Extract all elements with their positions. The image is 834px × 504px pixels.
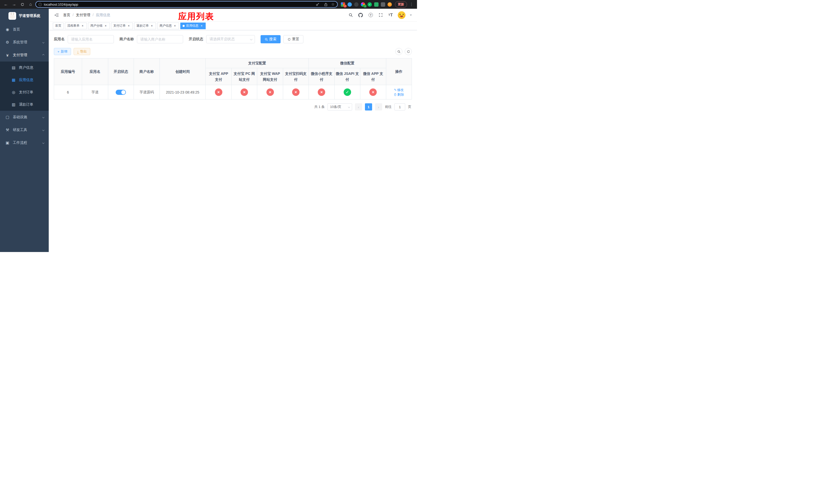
- close-icon[interactable]: ×: [150, 24, 154, 28]
- tab-process-form[interactable]: 流程表单 ×: [65, 23, 87, 29]
- search-button[interactable]: 搜索: [261, 35, 281, 43]
- sidebar-item-label: 系统管理: [13, 40, 27, 45]
- close-icon[interactable]: ×: [127, 24, 131, 28]
- browser-menu-icon[interactable]: ⋮: [409, 2, 414, 7]
- fullscreen-icon[interactable]: [378, 12, 383, 18]
- page-info-icon[interactable]: i: [39, 3, 42, 6]
- browser-forward-button[interactable]: →: [11, 1, 18, 8]
- search-icon: [265, 38, 268, 41]
- col-header-created: 创建时间: [159, 59, 206, 85]
- page-number-button[interactable]: 1: [365, 103, 372, 111]
- sidebar-item-label: 研发工具: [13, 128, 27, 132]
- edit-link[interactable]: ✎ 修改: [394, 88, 404, 92]
- sidebar-item-pay-order[interactable]: ◎ 支付订单: [0, 86, 49, 98]
- extension-icon-green-check[interactable]: ✓: [368, 2, 372, 7]
- chrome-update-button[interactable]: 更新: [395, 1, 407, 8]
- tab-app-info[interactable]: 应用信息 ×: [180, 23, 206, 29]
- close-icon[interactable]: ×: [104, 24, 107, 28]
- font-size-icon[interactable]: TT: [388, 12, 393, 18]
- app-logo[interactable]: 芋道管理系统: [0, 9, 49, 23]
- export-button[interactable]: ↓ 导出: [73, 48, 90, 55]
- browser-back-button[interactable]: ←: [3, 1, 9, 8]
- breadcrumb-payment[interactable]: 支付管理: [76, 13, 96, 18]
- sidebar-item-workflow[interactable]: ▣ 工作流程: [0, 136, 49, 149]
- close-icon[interactable]: ×: [173, 24, 177, 28]
- delete-link[interactable]: 删除: [394, 92, 404, 97]
- chevron-up-icon: [42, 54, 44, 56]
- user-avatar[interactable]: [398, 11, 405, 19]
- logo-rabbit-icon: [8, 12, 16, 20]
- search-icon: [397, 50, 401, 53]
- next-page-button[interactable]: ›: [375, 103, 382, 111]
- extension-icon-puzzle[interactable]: 10: [341, 2, 345, 7]
- toggle-knob: [121, 90, 126, 94]
- chevron-down-icon: [42, 142, 44, 144]
- toggle-search-button[interactable]: [395, 48, 402, 55]
- plus-icon: +: [58, 50, 60, 53]
- sidebar-item-app-info[interactable]: ▦ 应用信息: [0, 74, 49, 86]
- extension-icon-green-chat[interactable]: [374, 2, 378, 7]
- extension-badge: 1: [364, 5, 367, 8]
- sidebar: 芋道管理系统 ◉ 首页 ⚙ 系统管理 ¥ 支付管理 ▤ 商户信息: [0, 9, 49, 252]
- password-key-icon[interactable]: [315, 2, 321, 7]
- sidebar-item-payment[interactable]: ¥ 支付管理: [0, 49, 49, 62]
- reset-button[interactable]: 重置: [283, 35, 303, 43]
- col-header-alipay-wap: 支付宝 WAP 网站支付: [257, 68, 283, 85]
- avatar-caret-icon[interactable]: [410, 15, 412, 17]
- close-icon[interactable]: ×: [200, 24, 203, 28]
- extension-icon-dark-circle[interactable]: [354, 2, 358, 7]
- sidebar-collapse-button[interactable]: [52, 11, 61, 20]
- page-size-select[interactable]: 10条/页: [328, 103, 352, 111]
- col-header-alipay-qr: 支付宝扫码支付: [283, 68, 308, 85]
- cell-app-id: 6: [54, 85, 82, 99]
- refresh-table-button[interactable]: [405, 48, 412, 55]
- status-icon: ×: [215, 88, 222, 96]
- data-table: 应用编号 应用名 开启状态 商户名称 创建时间 支付宝配置 微信配置 操作 支付…: [54, 58, 412, 99]
- extension-icon-emoji[interactable]: [388, 2, 392, 7]
- sidebar-item-devtools[interactable]: ⚒ 研发工具: [0, 123, 49, 136]
- goto-page-input[interactable]: [394, 103, 405, 111]
- status-icon: ×: [266, 88, 274, 96]
- extension-icon-colorful[interactable]: 1: [361, 2, 365, 7]
- sidebar-item-system[interactable]: ⚙ 系统管理: [0, 36, 49, 49]
- browser-reload-button[interactable]: [19, 1, 26, 8]
- share-icon[interactable]: [323, 2, 329, 7]
- tab-home[interactable]: 首页: [53, 23, 64, 29]
- breadcrumb-home[interactable]: 首页: [63, 13, 76, 18]
- help-icon[interactable]: ?: [368, 12, 373, 18]
- trash-icon: [394, 93, 397, 96]
- sidebar-item-refund-order[interactable]: ▥ 退款订单: [0, 98, 49, 111]
- col-header-wx-jsapi: 微信 JSAPI 支付: [334, 68, 360, 85]
- tab-user-group[interactable]: 用户分组 ×: [88, 23, 110, 29]
- sidebar-item-home[interactable]: ◉ 首页: [0, 23, 49, 36]
- prev-page-button[interactable]: ‹: [355, 103, 362, 111]
- bookmark-star-icon[interactable]: ☆: [331, 2, 335, 7]
- group-header-alipay: 支付宝配置: [206, 59, 309, 68]
- url-text[interactable]: localhost:1024/pay/app: [44, 3, 313, 6]
- order-icon: ◎: [11, 90, 16, 95]
- status-label: 开启状态: [189, 37, 203, 42]
- add-button[interactable]: + 新增: [54, 48, 71, 55]
- browser-home-button[interactable]: ⌂: [27, 1, 34, 8]
- tab-merchant-info[interactable]: 商户信息 ×: [157, 23, 179, 29]
- close-icon[interactable]: ×: [81, 24, 84, 28]
- col-header-wx-mini: 微信小程序支付: [309, 68, 334, 85]
- tab-refund-order[interactable]: 退款订单 ×: [134, 23, 156, 29]
- chevron-down-icon: [250, 38, 253, 41]
- sidebar-item-merchant-info[interactable]: ▤ 商户信息: [0, 62, 49, 74]
- sidebar-item-label: 基础设施: [13, 115, 27, 119]
- tab-pay-order[interactable]: 支付订单 ×: [111, 23, 133, 29]
- sidebar-item-label: 应用信息: [19, 78, 33, 82]
- address-bar[interactable]: i localhost:1024/pay/app ☆: [36, 1, 338, 8]
- enabled-toggle[interactable]: [116, 90, 126, 95]
- app-name-input[interactable]: [68, 35, 114, 43]
- header-search-icon[interactable]: [348, 12, 353, 18]
- extension-icon-gray-puzzle[interactable]: [381, 2, 385, 7]
- status-select[interactable]: 请选择开启状态: [206, 35, 255, 43]
- col-header-status: 开启状态: [108, 59, 134, 85]
- extension-icon-blue-drop[interactable]: [348, 2, 352, 7]
- github-icon[interactable]: [358, 12, 364, 18]
- col-header-alipay-app: 支付宝 APP 支付: [206, 68, 231, 85]
- merchant-name-input[interactable]: [137, 35, 183, 43]
- sidebar-item-infrastructure[interactable]: ▢ 基础设施: [0, 111, 49, 123]
